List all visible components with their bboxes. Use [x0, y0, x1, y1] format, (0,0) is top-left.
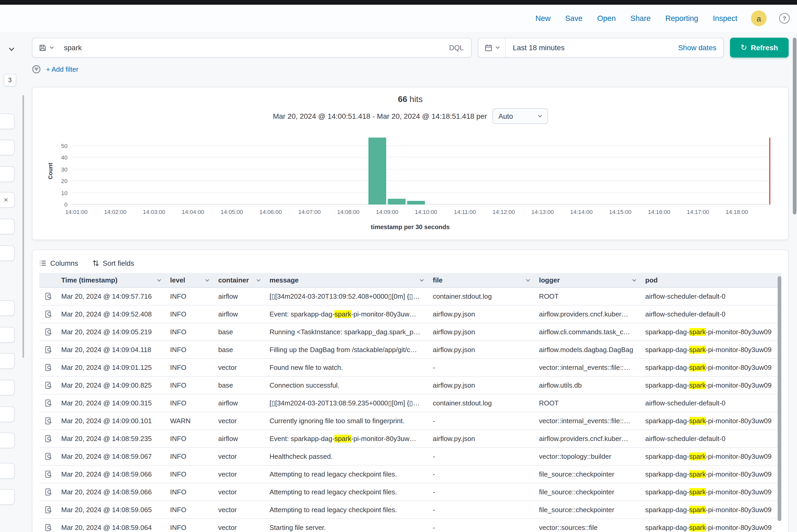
cell-pod: sparkapp-dag-spark-pi-monitor-80y3uw09 [641, 328, 781, 336]
field-button-partial[interactable] [0, 380, 15, 396]
column-header-logger[interactable]: logger [535, 273, 641, 287]
chevron-down-icon[interactable] [256, 278, 261, 283]
column-header-message[interactable]: message [265, 273, 429, 287]
sort-arrows-icon [93, 260, 99, 267]
field-button-partial[interactable]: ✕ [0, 192, 15, 208]
table-header-row: Time (timestamp)levelcontainermessagefil… [39, 273, 781, 288]
x-tick-label: 14:10:00 [415, 209, 437, 215]
cell-level: INFO [166, 364, 214, 372]
nav-reporting[interactable]: Reporting [665, 14, 698, 22]
column-header-container[interactable]: container [214, 273, 265, 287]
cell-pod: sparkapp-dag-spark-pi-monitor-80y3uw09 [641, 506, 781, 514]
nav-save[interactable]: Save [565, 14, 582, 22]
field-button-partial[interactable] [0, 114, 15, 129]
columns-button[interactable]: Columns [39, 259, 78, 267]
show-dates-button[interactable]: Show dates [678, 43, 723, 52]
cell-file: - [429, 506, 535, 514]
search-input[interactable] [60, 43, 442, 52]
expand-document-button[interactable] [39, 417, 57, 425]
table-row: Mar 20, 2024 @ 14:09:00.101WARNvectorCur… [39, 412, 781, 430]
app-header: New Save Open Share Reporting Inspect a … [0, 5, 797, 32]
expand-document-button[interactable] [39, 364, 57, 372]
chevron-down-icon [495, 45, 500, 50]
column-header-label: logger [539, 276, 560, 284]
x-tick-label: 14:06:00 [260, 209, 282, 215]
expand-document-button[interactable] [39, 488, 57, 496]
time-range-subtitle: Mar 20, 2024 @ 14:00:51.418 - Mar 20, 20… [33, 108, 788, 124]
expand-document-button[interactable] [39, 453, 57, 460]
nav-new[interactable]: New [535, 14, 551, 22]
avatar[interactable]: a [751, 11, 767, 26]
table-row: Mar 20, 2024 @ 14:08:59.066INFOvectorAtt… [39, 466, 781, 483]
chevron-down-icon[interactable] [156, 278, 162, 283]
nav-share[interactable]: Share [630, 14, 650, 22]
column-header-time-timestamp-[interactable]: Time (timestamp) [57, 273, 166, 287]
field-button-partial[interactable] [0, 166, 15, 182]
add-filter-button[interactable]: + Add filter [46, 65, 78, 73]
field-button-partial[interactable] [0, 245, 15, 261]
sort-fields-button[interactable]: Sort fields [93, 259, 134, 267]
column-header-label: message [270, 276, 299, 284]
cell-time: Mar 20, 2024 @ 14:08:59.235 [57, 435, 166, 442]
query-language-button[interactable]: DQL [442, 44, 471, 52]
cell-file: - [429, 364, 535, 372]
nav-inspect[interactable]: Inspect [713, 14, 738, 22]
cell-time: Mar 20, 2024 @ 14:08:59.067 [57, 453, 166, 460]
field-button-partial[interactable] [0, 463, 15, 479]
chevron-down-icon[interactable] [632, 278, 637, 283]
search-highlight: spark [689, 470, 706, 478]
table-scrollbar-thumb[interactable] [778, 276, 781, 521]
expand-document-button[interactable] [39, 381, 57, 389]
field-button-partial[interactable] [0, 140, 15, 155]
cell-time: Mar 20, 2024 @ 14:09:00.825 [57, 381, 166, 389]
table-row: Mar 20, 2024 @ 14:09:00.825INFObaseConne… [39, 377, 781, 395]
filter-icon [32, 64, 41, 74]
expand-document-button[interactable] [39, 506, 57, 514]
remove-icon[interactable]: ✕ [4, 196, 8, 203]
cell-level: INFO [166, 328, 214, 336]
field-button-partial[interactable] [0, 489, 15, 505]
field-count-badge[interactable]: 3 [4, 74, 16, 86]
collapse-panel-button[interactable] [5, 43, 18, 55]
x-axis-title: timestamp per 30 seconds [33, 223, 788, 231]
page-scrollbar-thumb[interactable] [793, 38, 796, 214]
field-button-partial[interactable] [0, 218, 15, 234]
refresh-button[interactable]: ↻ Refresh [730, 38, 789, 58]
cell-logger: vector::topology::builder [535, 453, 641, 460]
nav-open[interactable]: Open [597, 14, 616, 22]
expand-document-button[interactable] [39, 399, 57, 407]
column-header-level[interactable]: level [166, 273, 214, 287]
top-dark-strip [0, 0, 797, 5]
field-button-partial[interactable] [0, 327, 15, 343]
calendar-icon [485, 44, 493, 52]
column-header-pod[interactable]: pod [641, 273, 781, 287]
rail-scrollbar[interactable] [22, 95, 24, 358]
cell-level: INFO [166, 346, 214, 354]
expand-document-button[interactable] [39, 524, 57, 531]
chevron-down-icon[interactable] [525, 278, 531, 283]
column-header-file[interactable]: file [429, 273, 535, 287]
chevron-down-icon[interactable] [205, 278, 210, 283]
y-tick-label: 0 [64, 202, 68, 208]
saved-query-button[interactable] [33, 38, 60, 57]
field-button-partial[interactable] [0, 433, 15, 448]
cell-container: base [214, 381, 265, 389]
expand-document-button[interactable] [39, 292, 57, 300]
expand-document-button[interactable] [39, 435, 57, 442]
expand-document-button[interactable] [39, 310, 57, 318]
field-button-partial[interactable] [0, 406, 15, 422]
expand-document-button[interactable] [39, 346, 57, 354]
search-highlight: spark [689, 488, 706, 496]
y-tick-label: 50 [61, 142, 68, 149]
expand-document-button[interactable] [39, 328, 57, 336]
expand-document-button[interactable] [39, 470, 57, 478]
help-icon[interactable]: ? [779, 13, 790, 23]
quick-select-button[interactable] [478, 38, 505, 57]
table-row: Mar 20, 2024 @ 14:09:52.408INFOairflowEv… [39, 305, 781, 323]
histogram-plot-area[interactable]: 0102030405014:01:0014:02:0014:03:0014:04… [72, 137, 770, 205]
field-button-partial[interactable] [0, 300, 15, 316]
time-range-value[interactable]: Last 18 minutes [505, 43, 678, 52]
interval-select[interactable]: Auto [492, 108, 548, 124]
chevron-down-icon[interactable] [419, 278, 424, 283]
field-button-partial[interactable] [0, 353, 15, 369]
